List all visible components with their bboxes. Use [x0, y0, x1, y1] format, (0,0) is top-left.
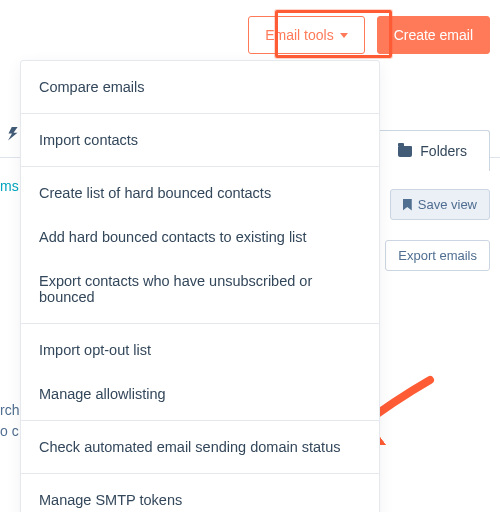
menu-add-hard-bounce-to-list[interactable]: Add hard bounced contacts to existing li… [21, 215, 379, 259]
folders-label: Folders [420, 143, 467, 159]
export-emails-button[interactable]: Export emails [385, 240, 490, 271]
create-email-label: Create email [394, 27, 473, 43]
teams-link-partial[interactable]: ms [0, 178, 19, 194]
lightning-icon [8, 127, 18, 141]
email-tools-dropdown-button[interactable]: Email tools [248, 16, 364, 54]
save-view-button[interactable]: Save view [390, 189, 490, 220]
create-email-button[interactable]: Create email [377, 16, 490, 54]
menu-manage-allowlisting[interactable]: Manage allowlisting [21, 372, 379, 416]
menu-compare-emails[interactable]: Compare emails [21, 65, 379, 109]
folder-icon [398, 146, 412, 157]
menu-export-unsub-bounced[interactable]: Export contacts who have unsubscribed or… [21, 259, 379, 319]
bookmark-icon [403, 199, 412, 211]
export-emails-label: Export emails [398, 248, 477, 263]
save-view-label: Save view [418, 197, 477, 212]
menu-create-hard-bounce-list[interactable]: Create list of hard bounced contacts [21, 171, 379, 215]
folders-tab[interactable]: Folders [375, 130, 490, 171]
menu-import-opt-out[interactable]: Import opt-out list [21, 328, 379, 372]
menu-check-domain-status[interactable]: Check automated email sending domain sta… [21, 425, 379, 469]
chevron-down-icon [340, 33, 348, 38]
email-tools-dropdown-menu: Compare emails Import contacts Create li… [20, 60, 380, 512]
helper-text-partial: rch o c [0, 400, 19, 442]
menu-manage-smtp-tokens[interactable]: Manage SMTP tokens [21, 478, 379, 512]
email-tools-label: Email tools [265, 27, 333, 43]
menu-import-contacts[interactable]: Import contacts [21, 118, 379, 162]
